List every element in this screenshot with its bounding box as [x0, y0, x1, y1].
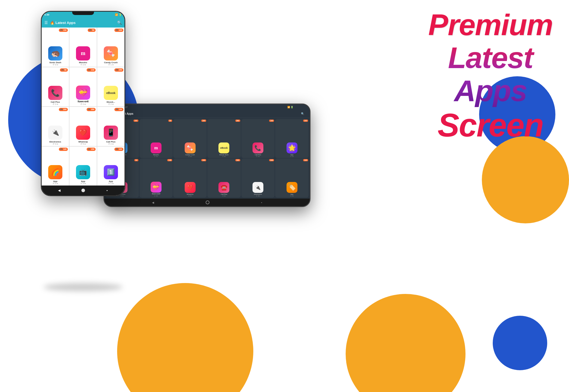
- status-time: 5:30: [44, 13, 49, 16]
- h-app-time-app12: ⏱ 2m: [290, 195, 294, 197]
- app-cell-dilkash[interactable]: 🎮 140 💝 दिलकश शायरी ⏱ 2 m: [69, 67, 97, 107]
- app-time-electronics: ⏱ 3 m: [53, 143, 58, 145]
- app-icon-dilkash: 💝: [76, 86, 90, 100]
- app-time-row4c: ⏱ 1 m: [108, 183, 114, 184]
- heading-premium: Premium: [428, 8, 553, 41]
- app-badge-sonic: 🎮 150: [59, 29, 68, 32]
- h-app-cell-candy[interactable]: 100 🍬 Candy Crush ⏱ 1m: [173, 119, 207, 158]
- app-cell-candy[interactable]: 🎮 100 🍬 Candy Crush ⏱ 1 m: [97, 28, 124, 67]
- h-app-time-whatsup: ⏱ 5m: [188, 195, 192, 197]
- phone-shadow: [44, 283, 123, 291]
- app-time-whatsup: ⏱ 5 m: [80, 143, 86, 145]
- app-cell-sonic[interactable]: 🎮 150 🦔 Sonic Dash ⏱ 3 m: [42, 28, 69, 67]
- app-badge-meesho: 🎮 50: [88, 29, 96, 32]
- app-cell-whatsup[interactable]: 🎮 350 ❤️ WhatsUp ⏱ 5 m: [69, 107, 97, 146]
- bg-circle-orange-bottom2: [346, 294, 465, 392]
- bg-circle-orange-right: [482, 136, 569, 223]
- app-grid: 🎮 150 🦔 Sonic Dash ⏱ 3 m 🎮 50 m Meesho ⏱…: [42, 28, 124, 186]
- app-cell-ebook[interactable]: 🎮 250 eBook Ebook... ⏱ 2 m: [97, 67, 124, 107]
- app-badge-callplus: 🎮 50: [60, 68, 68, 72]
- app-name-row4c: App: [109, 180, 113, 183]
- h-app-cell-meesho[interactable]: 50 m Meesho ⏱ 2m: [139, 119, 173, 158]
- back-button[interactable]: ◀: [57, 188, 62, 193]
- app-title: 🔥 Latest Apps: [50, 21, 115, 25]
- h-app-grid: 150 🦔 Sonic Dash ⏱ 3m 50 m Meesho ⏱ 2m 1…: [104, 118, 310, 199]
- app-time-row4a: ⏱ 2 m: [53, 183, 58, 184]
- h-app-time-meesho: ⏱ 2m: [154, 156, 158, 157]
- app-icon-electronics: 🔌: [48, 126, 62, 140]
- h-app-time-callplus2: ⏱ 2m: [120, 195, 124, 197]
- status-signal: 📶 🔋: [115, 13, 122, 16]
- app-icon-whatsup: ❤️: [76, 126, 90, 140]
- app-name-ebook: Ebook...: [107, 101, 115, 103]
- h-app-time-ebook: ⏱ 3m: [222, 156, 226, 157]
- h-app-cell-ebook[interactable]: 250 eBook Ebook Store ⏱ 3m: [207, 119, 241, 158]
- app-badge-row4a: 🎮 120: [59, 148, 68, 151]
- h-app-icon-whatsup: ❤️: [185, 182, 196, 193]
- h-app-cell-callplus[interactable]: 100 📞 Call Plus ⏱ 2m: [241, 119, 275, 158]
- app-icon-callplus: 📞: [48, 86, 62, 100]
- app-icon-meesho: m: [76, 46, 90, 60]
- app-cell-row4a[interactable]: 🎮 120 🌈 App ⏱ 2 m: [42, 147, 69, 186]
- app-name-whatsup: WhatsUp: [78, 141, 88, 143]
- app-name-callplus2: Call Plus: [106, 141, 115, 143]
- h-app-badge-app6: 150: [303, 120, 308, 122]
- app-time-row4b: ⏱ 3 m: [80, 183, 86, 184]
- app-icon-sonic: 🦔: [48, 46, 62, 60]
- h-home-button[interactable]: [206, 200, 209, 204]
- heading-area: Premium Latest Apps Screen: [428, 8, 553, 143]
- app-time-callplus2: ⏱ 2 m: [108, 143, 114, 145]
- app-badge-dilkash: 🎮 140: [87, 68, 96, 72]
- app-icon-row4a: 🌈: [48, 165, 62, 179]
- h-app-cell-electronics[interactable]: 200 🔌 Electronics ⏱ 3m: [241, 159, 275, 197]
- h-app-title: 🔥 Latest Apps: [114, 112, 299, 115]
- app-cell-callplus[interactable]: 🎮 50 📞 Call Plus ⏱ 2 m: [42, 67, 69, 107]
- app-name-candy: Candy Crush: [104, 61, 118, 64]
- h-app-cell-app12[interactable]: 120 🏷️ App ⏱ 2m: [275, 159, 309, 197]
- app-badge-candy: 🎮 100: [114, 29, 123, 32]
- h-app-cell-callplus3[interactable]: 100 ☎️ Call Plus ⏱ 2m: [207, 159, 241, 197]
- app-badge-whatsup: 🎮 350: [87, 108, 96, 111]
- app-name-row4a: App: [53, 180, 57, 183]
- h-recents-button[interactable]: ▪: [261, 201, 262, 204]
- app-icon-callplus2: 📱: [104, 126, 118, 140]
- app-time-meesho: ⏱ 2 m: [80, 64, 86, 66]
- app-badge-electronics: 🎮 200: [59, 108, 68, 111]
- h-app-icon-electronics: 🔌: [252, 182, 263, 193]
- app-cell-row4b[interactable]: 🎮 150 📺 App ⏱ 3 m: [69, 147, 97, 186]
- phone-vertical: 5:30 📶 🔋 ☰ 🔥 Latest Apps 🔍 🎮 150 🦔 Sonic…: [41, 11, 125, 196]
- app-icon-row4c: 1️⃣: [104, 165, 118, 179]
- app-cell-row4c[interactable]: 🎮 100 1️⃣ App ⏱ 1 m: [97, 147, 124, 186]
- hamburger-icon[interactable]: ☰: [44, 20, 48, 25]
- heading-apps: Apps: [428, 74, 553, 107]
- h-search-icon[interactable]: 🔍: [301, 112, 304, 115]
- app-badge-callplus2: 🎮 150: [114, 108, 123, 111]
- phone-notch: [72, 12, 94, 15]
- h-app-badge-ebook: 250: [235, 120, 240, 122]
- home-button[interactable]: ⚪: [81, 188, 86, 193]
- h-app-time-callplus: ⏱ 2m: [256, 156, 260, 157]
- app-name-meesho: Meesho: [79, 61, 87, 64]
- app-time-sonic: ⏱ 3 m: [53, 64, 58, 66]
- h-app-badge-sonic: 150: [133, 120, 138, 122]
- app-icon-candy: 🍬: [104, 46, 118, 60]
- h-app-badge-electronics: 200: [269, 159, 274, 161]
- h-app-cell-app6[interactable]: 150 🌟 App ⏱ 1m: [275, 119, 309, 158]
- h-back-button[interactable]: ◀: [152, 201, 154, 204]
- h-app-badge-callplus3: 100: [235, 159, 240, 161]
- phone-horizontal: 5:27 📶 🔋 ☰ 🔥 Latest Apps 🔍 150 🦔 Sonic D…: [104, 104, 311, 207]
- app-name-row4b: App: [81, 180, 85, 183]
- h-app-time-callplus3: ⏱ 2m: [222, 195, 226, 197]
- app-cell-meesho[interactable]: 🎮 50 m Meesho ⏱ 2 m: [69, 28, 97, 67]
- app-time-callplus: ⏱ 2 m: [53, 103, 58, 105]
- search-icon[interactable]: 🔍: [117, 20, 122, 25]
- app-cell-callplus2[interactable]: 🎮 150 📱 Call Plus ⏱ 2 m: [97, 107, 124, 146]
- app-time-dilkash: ⏱ 2 m: [80, 103, 86, 105]
- app-name-electronics: Electronics: [49, 141, 61, 143]
- h-app-name-dilkash: दिलकश शायरी: [152, 193, 160, 195]
- h-app-badge-dilkash: 140: [167, 159, 172, 161]
- h-app-cell-whatsup[interactable]: 150 ❤️ WhatsUp ⏱ 5m: [173, 159, 207, 197]
- app-cell-electronics[interactable]: 🎮 200 🔌 Electronics ⏱ 3 m: [42, 107, 69, 146]
- h-app-cell-dilkash[interactable]: 140 💝 दिलकश शायरी ⏱ 2m: [139, 159, 173, 197]
- recents-button[interactable]: ▪: [105, 188, 109, 193]
